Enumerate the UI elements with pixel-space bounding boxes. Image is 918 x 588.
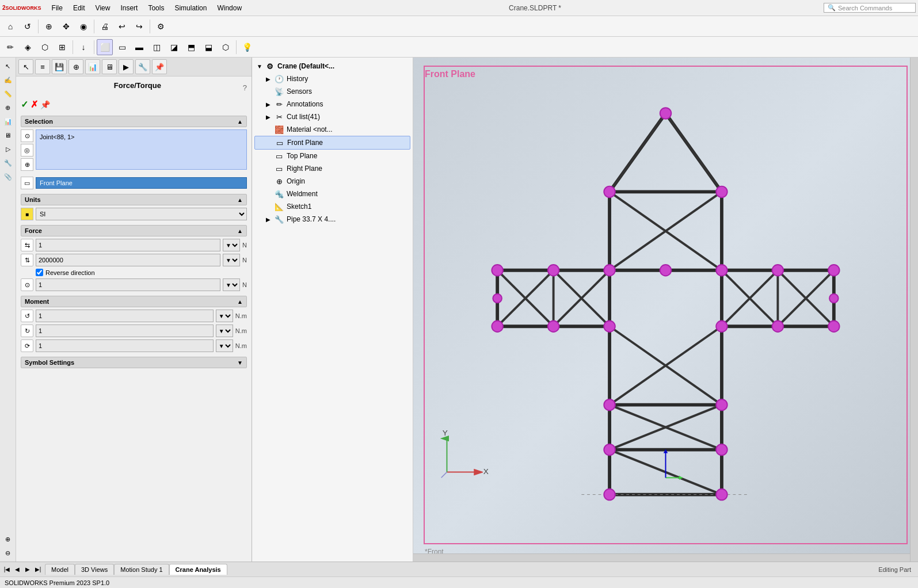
tab-first-btn[interactable]: |◀ (2, 565, 12, 574)
moment-z-unit-select[interactable]: ▼ (216, 339, 233, 352)
top-view-btn[interactable]: ⬒ (183, 39, 199, 55)
light-btn[interactable]: 💡 (239, 39, 255, 55)
pin-btn[interactable]: 📌 (40, 100, 50, 109)
rotate-btn[interactable]: ↺ (20, 18, 36, 35)
horizontal-scrollbar[interactable] (413, 553, 910, 562)
panel-icon-chart[interactable]: 📊 (85, 59, 100, 74)
tree-weldment[interactable]: 🔩 Weldment (254, 188, 410, 200)
tree-material[interactable]: 🧱 Material <not... (254, 123, 410, 136)
tab-model[interactable]: Model (45, 564, 75, 575)
force-x-input[interactable] (36, 239, 220, 251)
confirm-btn[interactable]: ✓ (21, 99, 28, 110)
moment-x-unit-select[interactable]: ▼ (216, 310, 233, 322)
tree-front-plane[interactable]: ▭ Front Plane (254, 136, 410, 150)
plane-selection-box[interactable]: Front Plane (36, 177, 247, 189)
strip-note[interactable]: ✍ (2, 74, 14, 86)
tree-root[interactable]: ▼ ⚙ Crane (Default<... (254, 60, 410, 72)
panel-icon-tools[interactable]: 🔧 (135, 59, 150, 74)
down-arrow-btn[interactable]: ↓ (75, 39, 92, 55)
strip-bottom1[interactable]: ⊕ (2, 533, 14, 545)
strip-display[interactable]: 🖥 (2, 129, 14, 142)
panel-icon-cursor[interactable]: ↖ (18, 59, 33, 74)
tab-next-btn[interactable]: ▶ (23, 565, 32, 574)
tree-right-plane[interactable]: ▭ Right Plane (254, 162, 410, 175)
iso-view-btn[interactable]: ⬡ (218, 39, 234, 55)
panel-icon-display[interactable]: 🖥 (102, 59, 117, 74)
tab-motion-study-1[interactable]: Motion Study 1 (114, 564, 169, 575)
menu-file[interactable]: File (47, 3, 67, 13)
menu-edit[interactable]: Edit (68, 3, 90, 13)
home-btn[interactable]: ⌂ (2, 18, 18, 35)
moment-section-header[interactable]: Moment ▲ (21, 296, 247, 307)
tree-history[interactable]: ▶ 🕐 History (254, 72, 410, 85)
panel-icon-animate[interactable]: ▶ (119, 59, 134, 74)
strip-tools[interactable]: 🔧 (2, 156, 14, 169)
tree-top-plane[interactable]: ▭ Top Plane (254, 150, 410, 162)
view-btn[interactable]: ◉ (75, 18, 92, 35)
moment-x-input[interactable] (36, 310, 214, 322)
undo-btn[interactable]: ↩ (114, 18, 130, 35)
left-view-btn[interactable]: ◫ (148, 39, 165, 55)
panel-icon-crosshair[interactable]: ⊕ (68, 59, 83, 74)
back-view-btn[interactable]: ▬ (131, 39, 147, 55)
symbol-settings-header[interactable]: Symbol Settings ▼ (21, 357, 247, 368)
right-view-btn[interactable]: ◪ (166, 39, 182, 55)
joint-selection-box[interactable]: Joint<88, 1> (36, 129, 247, 170)
tree-sensors[interactable]: 📡 Sensors (254, 85, 410, 98)
gear-btn[interactable]: ⚙ (153, 18, 169, 35)
pan-btn[interactable]: ✥ (58, 18, 74, 35)
search-commands-box[interactable]: 🔍 Search Commands (824, 3, 916, 13)
sketch-btn[interactable]: ✏ (2, 39, 18, 55)
units-section-header[interactable]: Units ▲ (21, 194, 247, 205)
tab-prev-btn[interactable]: ◀ (13, 565, 22, 574)
menu-simulation[interactable]: Simulation (170, 3, 211, 13)
force-z-unit-select[interactable]: ▼ (223, 278, 240, 291)
strip-bottom2[interactable]: ⊖ (2, 547, 14, 559)
tree-pipe[interactable]: ▶ 🔧 Pipe 33.7 X 4.... (254, 213, 410, 226)
print-btn[interactable]: 🖨 (97, 18, 113, 35)
tab-crane-analysis[interactable]: Crane Analysis (169, 564, 227, 575)
view3d-btn[interactable]: ⬜ (97, 39, 113, 55)
strip-ref[interactable]: 📎 (2, 170, 14, 183)
zoom-btn[interactable]: ⊕ (41, 18, 57, 35)
panel-icon-save[interactable]: 💾 (52, 59, 67, 74)
panel-icon-pin[interactable]: 📌 (152, 59, 167, 74)
menu-insert[interactable]: Insert (116, 3, 142, 13)
reverse-direction-checkbox[interactable] (36, 269, 43, 276)
tree-annotations[interactable]: ▶ ✏ Annotations (254, 98, 410, 110)
tab-last-btn[interactable]: ▶| (33, 565, 43, 574)
force-y-input[interactable] (36, 254, 220, 266)
moment-y-input[interactable] (36, 324, 214, 337)
strip-measure[interactable]: 📏 (2, 87, 14, 100)
tree-origin[interactable]: ⊕ Origin (254, 175, 410, 188)
tab-3d-views[interactable]: 3D Views (75, 564, 114, 575)
dim-btn[interactable]: ⊞ (54, 39, 70, 55)
feature-btn[interactable]: ◈ (20, 39, 36, 55)
tree-cutlist[interactable]: ▶ ✂ Cut list(41) (254, 110, 410, 123)
moment-z-input[interactable] (36, 339, 214, 352)
units-select[interactable]: SI (36, 208, 247, 220)
strip-animate[interactable]: ▷ (2, 143, 14, 155)
selection-section-header[interactable]: Selection ▲ (21, 116, 247, 127)
strip-target[interactable]: ⊕ (2, 101, 14, 114)
cancel-btn[interactable]: ✗ (31, 99, 38, 110)
strip-chart[interactable]: 📊 (2, 115, 14, 128)
tree-sketch1[interactable]: 📐 Sketch1 (254, 200, 410, 213)
menu-window[interactable]: Window (212, 3, 246, 13)
front-view-btn[interactable]: ▭ (114, 39, 130, 55)
menu-tools[interactable]: Tools (143, 3, 169, 13)
force-section-header[interactable]: Force ▲ (21, 225, 247, 236)
panel-help[interactable]: ? (243, 83, 247, 92)
strip-cursor[interactable]: ↖ (2, 60, 14, 72)
panel-icon-table[interactable]: ≡ (35, 59, 50, 74)
force-z-input[interactable] (36, 278, 220, 291)
moment-y-unit-select[interactable]: ▼ (216, 324, 233, 337)
redo-btn[interactable]: ↪ (131, 18, 147, 35)
vertical-scrollbar[interactable] (910, 58, 918, 562)
viewport[interactable]: Front Plane .beam { stroke: #333; stroke… (413, 58, 918, 562)
force-y-unit-select[interactable]: ▼ (223, 254, 240, 266)
menu-view[interactable]: View (91, 3, 115, 13)
bottom-view-btn[interactable]: ⬓ (200, 39, 216, 55)
assem-btn[interactable]: ⬡ (37, 39, 53, 55)
force-x-unit-select[interactable]: ▼ (223, 239, 240, 251)
